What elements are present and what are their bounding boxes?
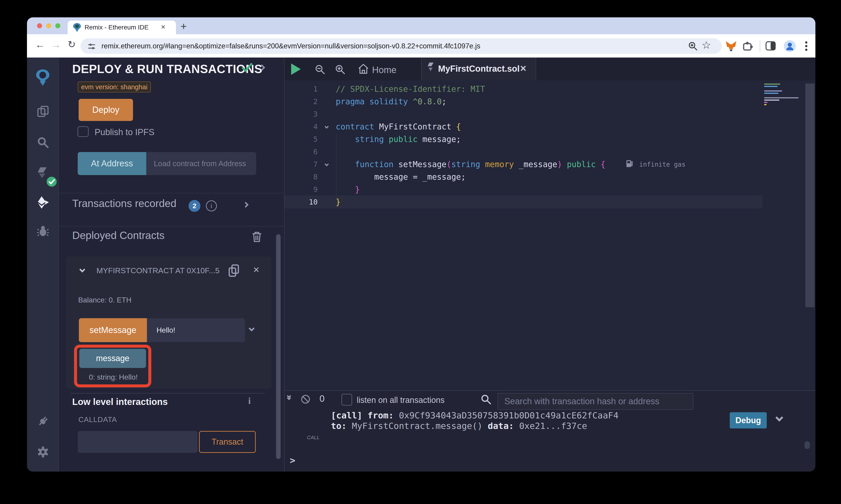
close-window-button[interactable] bbox=[37, 23, 42, 28]
fold-chevron-icon[interactable] bbox=[317, 125, 336, 128]
side-panel-icon[interactable] bbox=[765, 41, 776, 51]
forward-icon[interactable]: → bbox=[51, 39, 61, 50]
deploy-button[interactable]: Deploy bbox=[79, 99, 133, 121]
expand-terminal-icon[interactable] bbox=[288, 394, 290, 399]
deploy-run-icon[interactable] bbox=[36, 196, 49, 209]
home-icon[interactable] bbox=[358, 64, 369, 74]
at-address-button[interactable]: At Address bbox=[78, 152, 146, 175]
at-address-input[interactable] bbox=[146, 152, 256, 175]
code-line-9[interactable]: 9 } bbox=[285, 183, 762, 196]
zoom-page-icon[interactable] bbox=[688, 41, 698, 51]
zoom-in-icon[interactable] bbox=[334, 64, 345, 75]
url-text[interactable]: remix.ethereum.org/#lang=en&optimize=fal… bbox=[101, 42, 480, 50]
code-line-7[interactable]: 7 function setMessage(string memory _mes… bbox=[285, 158, 762, 170]
fold-chevron-icon[interactable] bbox=[317, 163, 336, 166]
log-line-2[interactable]: to: MyFirstContract.message() data: 0xe2… bbox=[331, 421, 587, 431]
profile-avatar[interactable] bbox=[784, 40, 796, 52]
debug-button[interactable]: Debug bbox=[730, 412, 767, 429]
minimap-row bbox=[764, 86, 777, 87]
transact-button[interactable]: Transact bbox=[199, 431, 256, 453]
calldata-input[interactable] bbox=[78, 431, 198, 453]
menu-dots-icon[interactable] bbox=[805, 41, 808, 52]
pending-count: 0 bbox=[320, 394, 325, 404]
line-number: 2 bbox=[285, 97, 317, 106]
run-script-play-icon[interactable] bbox=[291, 64, 301, 75]
compile-success-badge bbox=[47, 177, 57, 187]
message-button[interactable]: message bbox=[79, 349, 146, 368]
minimap-row bbox=[764, 97, 799, 98]
search-plugin-icon[interactable] bbox=[37, 137, 49, 148]
reload-icon[interactable]: ↻ bbox=[68, 39, 76, 50]
set-message-input[interactable] bbox=[147, 318, 245, 342]
tab-home[interactable]: Home bbox=[372, 65, 396, 75]
code-line-3[interactable]: 3 bbox=[285, 108, 762, 120]
message-button-label: message bbox=[96, 354, 130, 363]
set-message-button[interactable]: setMessage bbox=[79, 318, 147, 342]
back-icon[interactable]: ← bbox=[35, 39, 45, 50]
transactions-info-icon[interactable]: i bbox=[206, 200, 217, 211]
log-line-1[interactable]: [call] from: 0x9Cf934043aD350758391b0D01… bbox=[331, 410, 618, 420]
listen-checkbox[interactable] bbox=[341, 394, 352, 406]
minimap-row bbox=[764, 93, 778, 94]
extensions-puzzle-icon[interactable] bbox=[742, 40, 753, 52]
code-line-8[interactable]: 8 message = _message; bbox=[285, 170, 762, 183]
maximize-window-button[interactable] bbox=[55, 23, 60, 28]
listen-label: listen on all transactions bbox=[357, 395, 445, 405]
line-number: 6 bbox=[285, 147, 317, 156]
editor-scrollbar[interactable] bbox=[805, 84, 814, 307]
zoom-out-icon[interactable] bbox=[314, 64, 325, 75]
new-tab-button[interactable]: + bbox=[181, 20, 187, 32]
line-number: 7 bbox=[285, 160, 317, 169]
minimize-window-button[interactable] bbox=[46, 23, 51, 28]
panel-scrollbar[interactable] bbox=[276, 234, 281, 459]
low-level-info-icon[interactable]: i bbox=[248, 395, 251, 406]
code-text: message = _message; bbox=[336, 172, 466, 181]
code-line-5[interactable]: 5 string public message; bbox=[285, 133, 762, 145]
code-text: // SPDX-License-Identifier: MIT bbox=[336, 85, 485, 94]
plugin-manager-plug-icon[interactable] bbox=[37, 415, 49, 427]
code-text: string public message; bbox=[336, 135, 461, 144]
code-text: } bbox=[336, 197, 341, 206]
remove-contract-icon[interactable]: × bbox=[253, 264, 259, 276]
icon-sidebar-bg bbox=[27, 57, 59, 472]
close-file-icon[interactable]: × bbox=[520, 62, 526, 74]
publish-ipfs-checkbox[interactable] bbox=[78, 126, 89, 137]
remix-logo-icon[interactable] bbox=[35, 69, 51, 86]
code-line-10[interactable]: 10} bbox=[285, 196, 762, 208]
copy-icon[interactable] bbox=[228, 264, 239, 277]
info-glyph: i bbox=[210, 202, 212, 210]
code-line-2[interactable]: 2pragma solidity ^0.8.0; bbox=[285, 95, 762, 108]
browser-window: Remix - Ethereum IDE × + ← → ↻ remix.eth… bbox=[27, 17, 816, 472]
metamask-icon[interactable] bbox=[725, 40, 737, 52]
code-line-6[interactable]: 6 bbox=[285, 145, 762, 158]
debugger-bug-icon[interactable] bbox=[37, 225, 49, 237]
code-lines[interactable]: 1// SPDX-License-Identifier: MIT2pragma … bbox=[285, 80, 762, 208]
minimap-row bbox=[764, 84, 780, 85]
code-text: contract MyFirstContract { bbox=[336, 122, 461, 131]
terminal-scroll-thumb[interactable] bbox=[804, 441, 810, 449]
evm-version-text: evm version: shanghai bbox=[81, 83, 148, 91]
section-divider bbox=[59, 226, 284, 227]
line-number: 1 bbox=[285, 85, 317, 93]
file-explorer-icon[interactable] bbox=[37, 106, 49, 117]
panel-check-icon bbox=[241, 62, 253, 73]
code-line-1[interactable]: 1// SPDX-License-Identifier: MIT bbox=[285, 83, 762, 95]
contract-balance: Balance: 0. ETH bbox=[78, 296, 132, 304]
bookmark-star-icon[interactable]: ☆ bbox=[702, 39, 711, 51]
remix-favicon-icon bbox=[73, 23, 81, 32]
code-text: } bbox=[336, 185, 360, 194]
trash-icon[interactable] bbox=[252, 232, 262, 242]
evm-version-badge: evm version: shanghai bbox=[78, 82, 151, 92]
debug-button-label: Debug bbox=[735, 416, 761, 425]
minimap[interactable] bbox=[764, 84, 805, 106]
calldata-label: CALLDATA bbox=[79, 415, 117, 424]
code-line-4[interactable]: 4contract MyFirstContract { bbox=[285, 120, 762, 133]
settings-gear-icon[interactable] bbox=[37, 446, 49, 458]
terminal-search-input[interactable] bbox=[498, 393, 693, 410]
transactions-recorded-label: Transactions recorded bbox=[72, 197, 176, 210]
clear-pending-icon[interactable] bbox=[300, 394, 311, 404]
close-tab-icon[interactable]: × bbox=[161, 22, 166, 31]
tune-icon[interactable] bbox=[88, 42, 96, 50]
terminal-prompt[interactable]: > bbox=[290, 455, 295, 466]
line-number: 3 bbox=[285, 110, 317, 119]
